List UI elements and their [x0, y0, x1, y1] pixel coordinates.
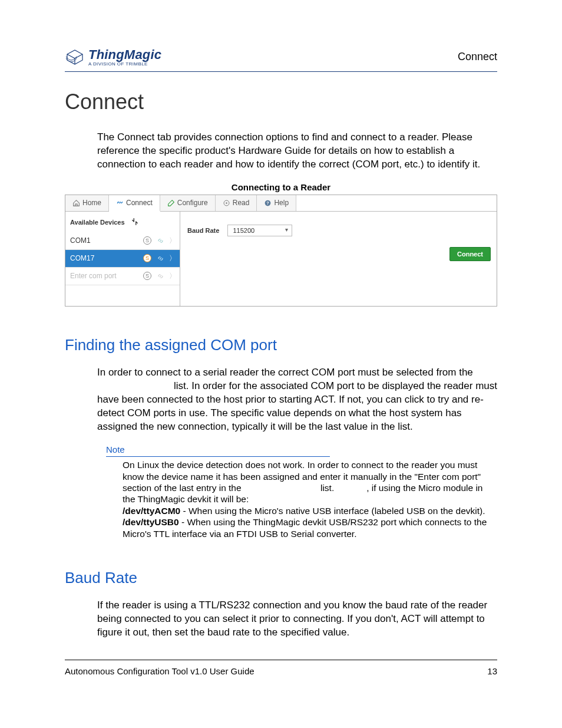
- intro-paragraph: The Connect tab provides connection opti…: [97, 131, 497, 172]
- device-label: COM17: [69, 254, 138, 262]
- connect-button[interactable]: Connect: [449, 247, 491, 261]
- tab-bar: Home Connect Configure Read: [65, 195, 497, 212]
- baud-rate-label: Baud Rate: [187, 227, 219, 234]
- connection-pane: Baud Rate 115200 Connect: [180, 212, 497, 306]
- read-icon: [223, 199, 230, 207]
- dev-tty-usb0: /dev/ttyUSB0: [123, 517, 179, 527]
- link-icon: [156, 236, 164, 245]
- link-icon: [156, 254, 164, 262]
- tab-home-label: Home: [82, 199, 101, 207]
- device-label: COM1: [69, 236, 138, 245]
- available-devices-label: Available Devices: [70, 219, 125, 226]
- device-row-selected[interactable]: COM17 S 〉: [65, 250, 180, 268]
- serial-icon: S: [143, 272, 151, 280]
- serial-icon: S: [143, 236, 151, 245]
- page-number: 13: [487, 666, 497, 676]
- tab-configure-label: Configure: [177, 199, 208, 207]
- thingmagic-logo-icon: [65, 48, 85, 66]
- device-input-placeholder[interactable]: Enter com port: [69, 272, 138, 280]
- devices-pane: Available Devices COM1 S 〉 COM17 S: [65, 212, 180, 306]
- footer-title: Autonomous Configuration Tool v1.0 User …: [65, 666, 254, 676]
- tab-configure[interactable]: Configure: [160, 195, 216, 211]
- page-footer: Autonomous Configuration Tool v1.0 User …: [65, 660, 497, 676]
- page-title: Connect: [65, 90, 497, 114]
- tab-help[interactable]: ? Help: [257, 195, 296, 211]
- logo: ThingMagic A DIVISION OF TRIMBLE: [65, 47, 161, 67]
- connect-icon: [116, 199, 124, 206]
- tab-home[interactable]: Home: [65, 195, 109, 211]
- baud-rate-select[interactable]: 115200: [227, 225, 292, 236]
- svg-point-1: [226, 202, 227, 203]
- home-icon: [72, 199, 80, 207]
- help-icon: ?: [264, 199, 272, 207]
- tab-read-label: Read: [233, 199, 250, 207]
- tab-read[interactable]: Read: [216, 195, 257, 211]
- dev-tty-acm0: /dev/ttyACM0: [123, 506, 180, 516]
- tab-connect[interactable]: Connect: [109, 195, 160, 212]
- chevron-right-icon: 〉: [169, 271, 176, 281]
- serial-icon: S: [143, 254, 151, 262]
- app-screenshot: Home Connect Configure Read: [65, 195, 497, 307]
- heading-baud-rate: Baud Rate: [65, 569, 497, 587]
- page-header: ThingMagic A DIVISION OF TRIMBLE Connect: [65, 47, 497, 72]
- chevron-right-icon: 〉: [169, 236, 176, 246]
- device-row[interactable]: COM1 S 〉: [65, 232, 180, 250]
- heading-finding-com: Finding the assigned COM port: [65, 336, 497, 354]
- device-row-input[interactable]: Enter com port S 〉: [65, 268, 180, 285]
- tab-connect-label: Connect: [126, 199, 153, 207]
- note-block: Note On Linux the device detection does …: [106, 444, 497, 539]
- link-icon: [156, 272, 164, 280]
- finding-com-paragraph: In order to connect to a serial reader t…: [97, 366, 497, 434]
- chevron-right-icon: 〉: [169, 253, 176, 263]
- header-section-name: Connect: [458, 51, 497, 63]
- configure-icon: [167, 199, 175, 207]
- tab-help-label: Help: [274, 199, 289, 207]
- svg-text:?: ?: [267, 200, 270, 206]
- baud-rate-value: 115200: [233, 227, 254, 234]
- refresh-icon[interactable]: [131, 218, 139, 228]
- baud-rate-paragraph: If the reader is using a TTL/RS232 conne…: [97, 599, 497, 640]
- figure-caption: Connecting to a Reader: [65, 182, 497, 192]
- note-label: Note: [106, 444, 330, 457]
- logo-name: ThingMagic: [88, 47, 161, 62]
